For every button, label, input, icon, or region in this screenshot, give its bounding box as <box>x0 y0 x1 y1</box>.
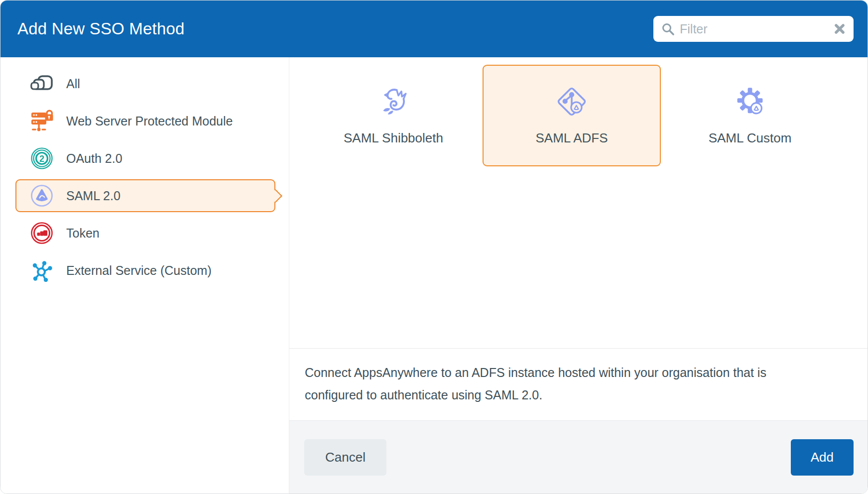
sidebar-item-label: All <box>66 77 80 91</box>
sso-category-sidebar: All <box>0 57 289 494</box>
sidebar-item-token[interactable]: Token <box>15 217 275 249</box>
search-icon <box>661 22 675 36</box>
saml-icon <box>30 184 53 207</box>
filter-box <box>653 16 854 42</box>
method-card-label: SAML ADFS <box>536 130 608 146</box>
modal-header: Add New SSO Method <box>0 0 868 57</box>
sidebar-item-label: OAuth 2.0 <box>66 151 123 166</box>
method-card-saml-custom[interactable]: SAML Custom <box>661 65 839 166</box>
modal-footer: Cancel Add <box>289 420 868 494</box>
web-server-icon <box>30 110 53 132</box>
method-cards: SAML Shibboleth SA <box>304 65 868 166</box>
token-icon <box>30 222 53 245</box>
page-title: Add New SSO Method <box>17 19 185 38</box>
content-spacer <box>289 166 868 348</box>
add-sso-method-modal: Add New SSO Method <box>0 0 868 494</box>
adfs-icon <box>556 86 587 118</box>
clear-filter-icon[interactable] <box>834 23 846 35</box>
svg-text:2: 2 <box>39 154 44 164</box>
method-card-label: SAML Shibboleth <box>344 130 443 146</box>
cancel-button[interactable]: Cancel <box>304 439 386 476</box>
sidebar-item-web-server-protected-module[interactable]: Web Server Protected Module <box>15 105 275 137</box>
sidebar-item-label: Token <box>66 226 100 241</box>
all-icon <box>30 72 53 95</box>
method-card-saml-shibboleth[interactable]: SAML Shibboleth <box>304 65 483 166</box>
method-panel: SAML Shibboleth SA <box>289 57 868 494</box>
oauth-icon: 2 <box>30 147 53 170</box>
add-button[interactable]: Add <box>791 439 854 476</box>
sidebar-item-all[interactable]: All <box>15 67 275 100</box>
external-service-icon <box>30 259 53 282</box>
modal-body: All <box>0 57 868 494</box>
method-card-label: SAML Custom <box>709 130 792 146</box>
method-description-bar: Connect AppsAnywhere to an ADFS instance… <box>289 348 868 420</box>
method-card-saml-adfs[interactable]: SAML ADFS <box>483 65 661 166</box>
sidebar-item-oauth[interactable]: 2 OAuth 2.0 <box>15 142 275 175</box>
sidebar-item-label: Web Server Protected Module <box>66 114 233 128</box>
sidebar-item-saml[interactable]: SAML 2.0 <box>15 179 275 212</box>
sidebar-item-label: SAML 2.0 <box>66 189 121 203</box>
filter-input[interactable] <box>680 22 834 36</box>
method-description: Connect AppsAnywhere to an ADFS instance… <box>305 362 810 406</box>
sidebar-item-external-service[interactable]: External Service (Custom) <box>15 254 275 287</box>
gear-saml-icon <box>735 86 765 118</box>
shibboleth-icon <box>378 86 409 118</box>
sidebar-item-label: External Service (Custom) <box>66 263 212 278</box>
